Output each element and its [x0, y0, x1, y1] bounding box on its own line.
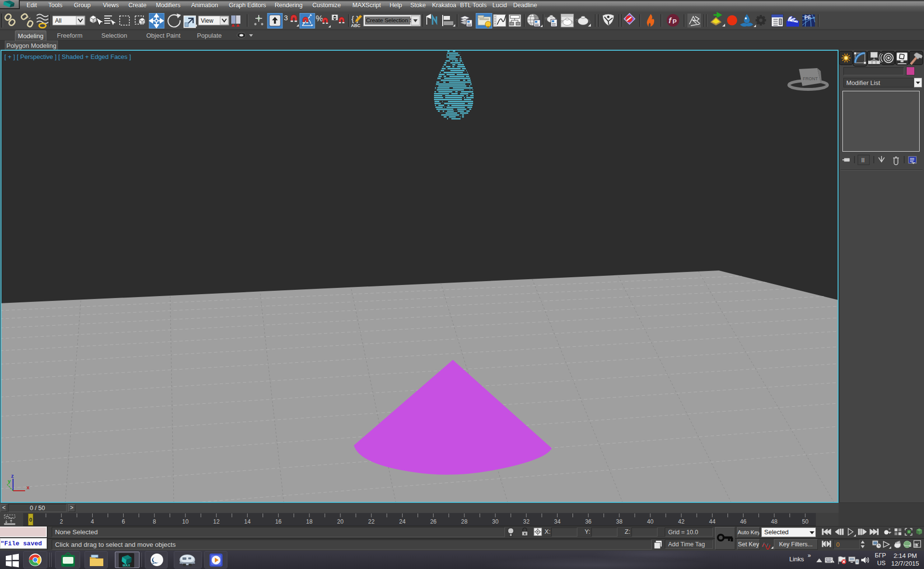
svg-text:4: 4 — [91, 518, 94, 525]
svg-text:50: 50 — [802, 518, 809, 525]
svg-text:36: 36 — [585, 518, 592, 525]
svg-text:48: 48 — [771, 518, 778, 525]
svg-text:Create Selection Se: Create Selection Se — [366, 17, 417, 24]
svg-text:P: P — [672, 18, 677, 25]
svg-text:%: % — [316, 14, 323, 23]
svg-text:x: x — [27, 484, 30, 490]
svg-text:20: 20 — [337, 518, 344, 525]
svg-text:6: 6 — [122, 518, 125, 525]
svg-text:46: 46 — [740, 518, 747, 525]
svg-text:22: 22 — [368, 518, 375, 525]
svg-text:12: 12 — [213, 518, 220, 525]
svg-text:2: 2 — [60, 518, 63, 525]
svg-text:34: 34 — [554, 518, 561, 525]
svg-text:40: 40 — [647, 518, 654, 525]
svg-text:14: 14 — [244, 518, 251, 525]
svg-text:16: 16 — [275, 518, 282, 525]
svg-text:8: 8 — [153, 518, 156, 525]
svg-text:28: 28 — [461, 518, 468, 525]
svg-text:MAX: MAX — [123, 564, 130, 567]
svg-text:24: 24 — [399, 518, 406, 525]
svg-text:42: 42 — [678, 518, 685, 525]
svg-text:26: 26 — [430, 518, 437, 525]
svg-text:38: 38 — [616, 518, 623, 525]
svg-text:18: 18 — [306, 518, 313, 525]
svg-text:30: 30 — [492, 518, 499, 525]
svg-text:PF: PF — [804, 14, 811, 20]
svg-text:3: 3 — [284, 14, 288, 22]
svg-text:FRONT: FRONT — [803, 76, 818, 81]
svg-text:II: II — [861, 156, 865, 164]
svg-text:32: 32 — [523, 518, 530, 525]
svg-text:All: All — [55, 17, 61, 24]
svg-text:z: z — [11, 473, 14, 479]
svg-text:View: View — [201, 17, 213, 24]
svg-text:44: 44 — [709, 518, 716, 525]
svg-text:10: 10 — [182, 518, 189, 525]
svg-text:y: y — [8, 478, 11, 484]
svg-text:ABC: ABC — [351, 23, 361, 28]
